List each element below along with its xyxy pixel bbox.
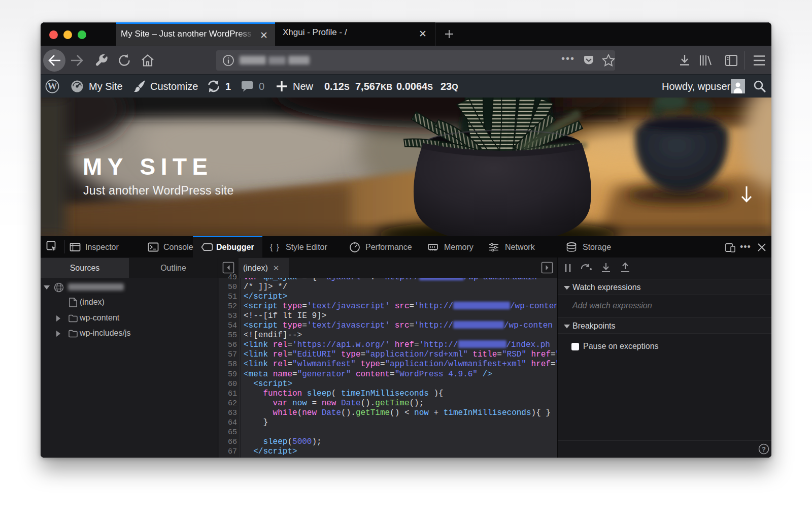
svg-text:?: ?: [762, 445, 766, 453]
svg-text:W: W: [48, 81, 57, 91]
